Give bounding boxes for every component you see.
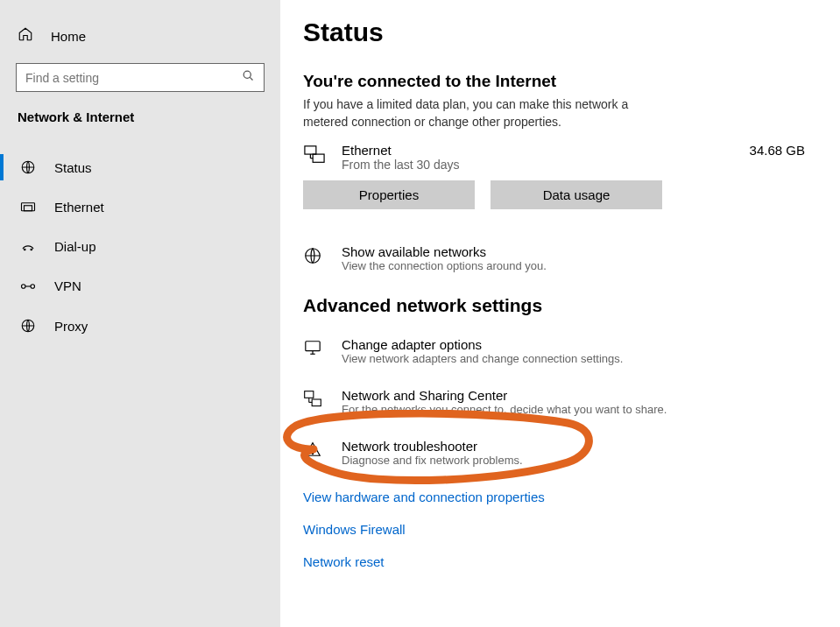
show-available-networks[interactable]: Show available networks View the connect… <box>303 244 814 272</box>
sidebar-item-status[interactable]: Status <box>0 147 280 187</box>
search-icon <box>242 69 255 86</box>
search-input[interactable] <box>25 71 242 85</box>
link-windows-firewall[interactable]: Windows Firewall <box>303 522 814 537</box>
sharing-icon <box>303 388 328 412</box>
svg-point-0 <box>244 71 251 78</box>
sidebar-item-ethernet[interactable]: Ethernet <box>0 187 280 227</box>
svg-point-5 <box>25 249 26 250</box>
sidebar-item-label: Ethernet <box>54 200 104 215</box>
link-network-reset[interactable]: Network reset <box>303 554 814 569</box>
sidebar-category: Network & Internet <box>0 92 280 131</box>
change-adapter-options[interactable]: Change adapter options View network adap… <box>303 337 814 365</box>
svg-rect-16 <box>306 342 320 351</box>
network-troubleshooter[interactable]: Network troubleshooter Diagnose and fix … <box>303 439 814 467</box>
svg-rect-19 <box>305 391 314 398</box>
svg-rect-20 <box>312 399 321 406</box>
svg-rect-3 <box>22 202 35 210</box>
sharing-title: Network and Sharing Center <box>342 388 667 403</box>
sidebar-item-proxy[interactable]: Proxy <box>0 306 280 346</box>
vpn-icon <box>19 280 37 292</box>
globe-icon <box>303 244 328 269</box>
connection-name: Ethernet <box>342 143 736 158</box>
connection-sub: From the last 30 days <box>342 158 736 172</box>
advanced-heading: Advanced network settings <box>303 295 814 316</box>
sidebar-item-vpn[interactable]: VPN <box>0 266 280 306</box>
data-usage-button[interactable]: Data usage <box>491 180 662 209</box>
troubleshoot-title: Network troubleshooter <box>342 439 523 454</box>
sidebar-item-label: Status <box>54 160 92 175</box>
properties-button[interactable]: Properties <box>303 180 475 209</box>
sidebar-item-dialup[interactable]: Dial-up <box>0 227 280 266</box>
home-icon <box>18 26 33 46</box>
sidebar: Home Network & Internet Status Ethernet … <box>0 0 280 627</box>
svg-rect-12 <box>313 154 324 162</box>
sidebar-item-label: Dial-up <box>54 239 96 254</box>
sidebar-item-label: Proxy <box>54 319 88 334</box>
troubleshoot-icon <box>303 439 328 461</box>
home-link[interactable]: Home <box>0 18 280 54</box>
svg-rect-4 <box>25 205 32 210</box>
connected-desc: If you have a limited data plan, you can… <box>303 96 671 130</box>
home-label: Home <box>51 29 86 44</box>
troubleshoot-sub: Diagnose and fix network problems. <box>342 454 523 467</box>
svg-point-8 <box>31 284 35 288</box>
adapter-title: Change adapter options <box>342 337 623 352</box>
status-icon <box>19 159 37 175</box>
svg-point-6 <box>31 249 32 250</box>
svg-line-1 <box>250 77 252 80</box>
network-sharing-center[interactable]: Network and Sharing Center For the netwo… <box>303 388 814 416</box>
svg-point-7 <box>22 284 26 288</box>
show-available-sub: View the connection options around you. <box>342 259 547 272</box>
sharing-sub: For the networks you connect to, decide … <box>342 403 667 416</box>
dialup-icon <box>19 241 37 253</box>
ethernet-connection-icon <box>303 143 328 169</box>
adapter-icon <box>303 337 328 360</box>
svg-point-24 <box>312 453 313 454</box>
sidebar-item-label: VPN <box>54 278 81 293</box>
connection-row: Ethernet From the last 30 days 34.68 GB <box>303 143 814 172</box>
proxy-icon <box>19 318 37 334</box>
button-row: Properties Data usage <box>303 180 814 209</box>
connection-usage: 34.68 GB <box>750 143 814 158</box>
sidebar-nav: Status Ethernet Dial-up VPN Proxy <box>0 147 280 346</box>
adapter-sub: View network adapters and change connect… <box>342 352 623 365</box>
search-input-container[interactable] <box>16 63 265 92</box>
connected-heading: You're connected to the Internet <box>303 72 814 91</box>
show-available-title: Show available networks <box>342 244 547 259</box>
page-title: Status <box>303 18 814 47</box>
svg-rect-11 <box>305 146 316 154</box>
ethernet-icon <box>19 201 37 214</box>
link-hardware-properties[interactable]: View hardware and connection properties <box>303 490 814 504</box>
main-content: Status You're connected to the Internet … <box>280 0 840 627</box>
